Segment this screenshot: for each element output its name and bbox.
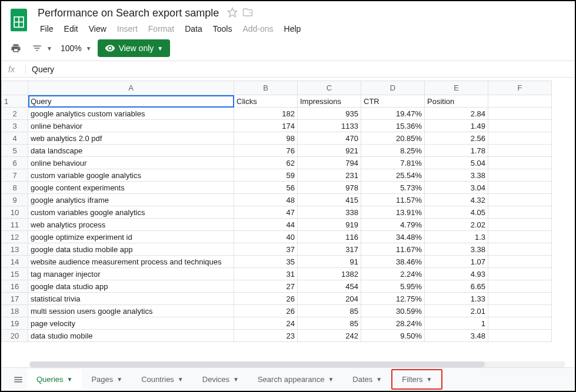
cell[interactable]: 31 (234, 268, 298, 280)
cell[interactable]: 28.24% (361, 317, 425, 330)
cell[interactable]: data landscape (28, 145, 234, 157)
cell[interactable]: 85 (298, 317, 361, 330)
row-header[interactable]: 16 (2, 280, 28, 293)
cell[interactable]: 2.01 (425, 305, 488, 317)
row-header[interactable]: 9 (2, 194, 28, 206)
cell[interactable]: google optimize experiment id (28, 231, 234, 243)
cell[interactable]: 13.91% (361, 206, 425, 219)
cell[interactable]: Impressions (298, 95, 361, 108)
cell[interactable]: 25.54% (361, 169, 425, 182)
cell[interactable]: 6.65 (425, 280, 488, 293)
document-title[interactable]: Performance on Search export sample (35, 6, 221, 21)
cell[interactable]: 2.02 (425, 219, 488, 231)
column-header-e[interactable]: E (425, 81, 488, 95)
cell[interactable]: 11.67% (361, 243, 425, 256)
print-button[interactable] (8, 41, 24, 56)
menu-tools[interactable]: Tools (208, 22, 237, 36)
cell[interactable]: google data studio mobile app (28, 243, 234, 256)
cell[interactable]: 231 (298, 169, 361, 182)
cell[interactable]: web analytics 2.0 pdf (28, 132, 234, 145)
cell[interactable]: 85 (298, 305, 361, 317)
cell[interactable]: 1.33 (425, 293, 488, 305)
select-all-corner[interactable] (2, 81, 28, 95)
star-icon[interactable] (227, 7, 238, 19)
cell[interactable] (488, 169, 552, 182)
cell[interactable]: 2.84 (425, 108, 488, 120)
menu-insert[interactable]: Insert (112, 22, 142, 36)
cell[interactable] (488, 256, 552, 268)
cell[interactable]: page velocity (28, 317, 234, 330)
cell[interactable]: 919 (298, 219, 361, 231)
cell[interactable]: 4.05 (425, 206, 488, 219)
cell[interactable]: multi session users google analytics (28, 305, 234, 317)
cell[interactable]: 5.73% (361, 182, 425, 194)
cell[interactable] (488, 145, 552, 157)
row-header[interactable]: 20 (2, 330, 28, 342)
cell[interactable]: 35 (234, 256, 298, 268)
cell[interactable]: tag manager injector (28, 268, 234, 280)
row-header[interactable]: 14 (2, 256, 28, 268)
cell[interactable]: 794 (298, 157, 361, 169)
cell[interactable]: 20.85% (361, 132, 425, 145)
cell[interactable]: google content experiments (28, 182, 234, 194)
cell[interactable]: 921 (298, 145, 361, 157)
sheet-tab-pages[interactable]: Pages▼ (82, 369, 132, 390)
cell[interactable]: 91 (298, 256, 361, 268)
cell[interactable]: CTR (361, 95, 425, 108)
cell[interactable] (488, 219, 552, 231)
row-header[interactable]: 7 (2, 169, 28, 182)
sheet-tab-dates[interactable]: Dates▼ (343, 369, 391, 390)
sheet-tab-filters[interactable]: Filters▼ (391, 369, 442, 390)
row-header[interactable]: 11 (2, 219, 28, 231)
menu-view[interactable]: View (84, 22, 111, 36)
sheets-icon[interactable] (8, 6, 29, 34)
cell[interactable]: statistical trivia (28, 293, 234, 305)
cell[interactable]: 5.04 (425, 157, 488, 169)
menu-help[interactable]: Help (279, 22, 306, 36)
view-only-button[interactable]: View only ▼ (98, 39, 171, 57)
cell[interactable]: 37 (234, 243, 298, 256)
cell[interactable]: 174 (234, 120, 298, 132)
cell[interactable] (488, 194, 552, 206)
cell[interactable]: 1133 (298, 120, 361, 132)
cell[interactable]: 98 (234, 132, 298, 145)
all-sheets-button[interactable] (9, 371, 27, 388)
cell[interactable]: 59 (234, 169, 298, 182)
cell[interactable]: 1.07 (425, 256, 488, 268)
cell[interactable]: 76 (234, 145, 298, 157)
row-header[interactable]: 3 (2, 120, 28, 132)
cell[interactable] (488, 317, 552, 330)
cell[interactable]: online behaviour (28, 157, 234, 169)
cell[interactable]: 2.24% (361, 268, 425, 280)
cell[interactable]: 317 (298, 243, 361, 256)
cell[interactable]: 62 (234, 157, 298, 169)
cell[interactable] (488, 268, 552, 280)
column-header-b[interactable]: B (234, 81, 298, 95)
cell[interactable] (488, 132, 552, 145)
row-header[interactable]: 19 (2, 317, 28, 330)
sheet-tab-queries[interactable]: Queries▼ (27, 369, 82, 390)
cell[interactable]: 19.47% (361, 108, 425, 120)
cell[interactable]: 26 (234, 305, 298, 317)
cell[interactable]: google analytics custom variables (28, 108, 234, 120)
sheet-tab-countries[interactable]: Countries▼ (132, 369, 193, 390)
cell[interactable] (488, 206, 552, 219)
cell[interactable]: 23 (234, 330, 298, 342)
row-header[interactable]: 10 (2, 206, 28, 219)
cell[interactable]: 1382 (298, 268, 361, 280)
cell[interactable] (488, 182, 552, 194)
cell[interactable] (488, 330, 552, 342)
cell[interactable]: 48 (234, 194, 298, 206)
cell[interactable] (488, 108, 552, 120)
cell[interactable]: 56 (234, 182, 298, 194)
cell[interactable]: 7.81% (361, 157, 425, 169)
sheet-tab-search-appearance[interactable]: Search appearance▼ (248, 369, 343, 390)
cell[interactable]: 204 (298, 293, 361, 305)
menu-file[interactable]: File (35, 22, 58, 36)
sheet-tab-devices[interactable]: Devices▼ (193, 369, 248, 390)
cell[interactable]: 44 (234, 219, 298, 231)
cell[interactable]: 116 (298, 231, 361, 243)
cell[interactable] (488, 305, 552, 317)
spreadsheet-grid[interactable]: ABCDEF 1QueryClicksImpressionsCTRPositio… (1, 81, 575, 364)
cell[interactable]: 415 (298, 194, 361, 206)
